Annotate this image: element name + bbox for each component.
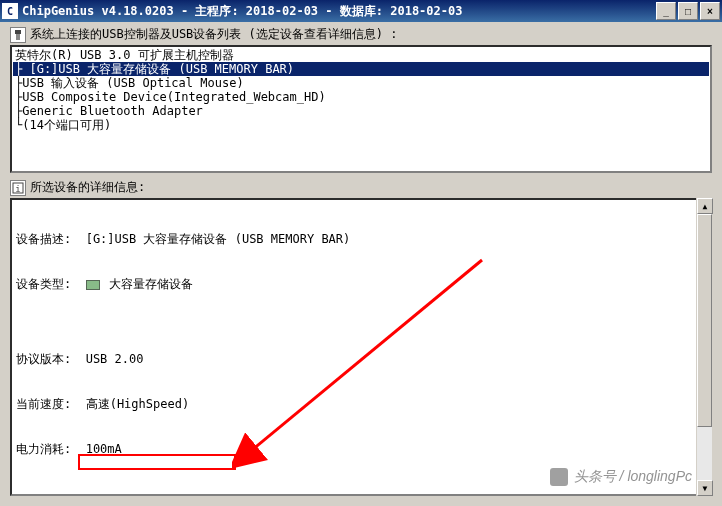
maximize-button[interactable]: □ — [678, 2, 698, 20]
detail-label: 所选设备的详细信息: — [30, 179, 145, 196]
window-controls: _ □ × — [656, 2, 720, 20]
device-list-label: 系统上连接的USB控制器及USB设备列表 (选定设备查看详细信息) : — [30, 26, 397, 43]
device-list-label-row: 系统上连接的USB控制器及USB设备列表 (选定设备查看详细信息) : — [10, 26, 712, 43]
usb-icon — [10, 27, 26, 43]
device-detail-box[interactable]: 设备描述: [G:]USB 大容量存储设备 (USB MEMORY BAR) 设… — [10, 198, 712, 496]
list-item[interactable]: ├USB Composite Device(Integrated_Webcam_… — [13, 90, 709, 104]
list-item-selected[interactable]: ├ [G:]USB 大容量存储设备 (USB MEMORY BAR) — [13, 62, 709, 76]
list-item[interactable]: ├USB 输入设备 (USB Optical Mouse) — [13, 76, 709, 90]
list-item[interactable]: ├Generic Bluetooth Adapter — [13, 104, 709, 118]
close-button[interactable]: × — [700, 2, 720, 20]
detail-label-row: i 所选设备的详细信息: — [10, 179, 712, 196]
watermark-text: 头条号 / longlingPc — [574, 468, 692, 486]
scroll-track[interactable] — [697, 214, 712, 480]
svg-rect-0 — [15, 30, 21, 34]
drive-icon — [86, 280, 100, 290]
detail-line: 设备类型: 大容量存储设备 — [16, 277, 706, 292]
svg-text:i: i — [15, 184, 20, 194]
info-icon: i — [10, 180, 26, 196]
app-icon: C — [2, 3, 18, 19]
detail-line: 电力消耗: 100mA — [16, 442, 706, 457]
scroll-down-button[interactable]: ▼ — [697, 480, 713, 496]
watermark: 头条号 / longlingPc — [550, 468, 692, 486]
window-titlebar: C ChipGenius v4.18.0203 - 主程序: 2018-02-0… — [0, 0, 722, 22]
detail-line: 当前速度: 高速(HighSpeed) — [16, 397, 706, 412]
detail-line: 协议版本: USB 2.00 — [16, 352, 706, 367]
list-item[interactable]: 英特尔(R) USB 3.0 可扩展主机控制器 — [13, 48, 709, 62]
scroll-up-button[interactable]: ▲ — [697, 198, 713, 214]
window-title: ChipGenius v4.18.0203 - 主程序: 2018-02-03 … — [22, 3, 656, 20]
detail-scrollbar[interactable]: ▲ ▼ — [696, 198, 712, 496]
minimize-button[interactable]: _ — [656, 2, 676, 20]
device-list[interactable]: 英特尔(R) USB 3.0 可扩展主机控制器 ├ [G:]USB 大容量存储设… — [10, 45, 712, 173]
scroll-thumb[interactable] — [697, 214, 712, 427]
detail-line: 设备描述: [G:]USB 大容量存储设备 (USB MEMORY BAR) — [16, 232, 706, 247]
svg-rect-1 — [16, 34, 20, 40]
watermark-icon — [550, 468, 568, 486]
list-item[interactable]: └(14个端口可用) — [13, 118, 709, 132]
